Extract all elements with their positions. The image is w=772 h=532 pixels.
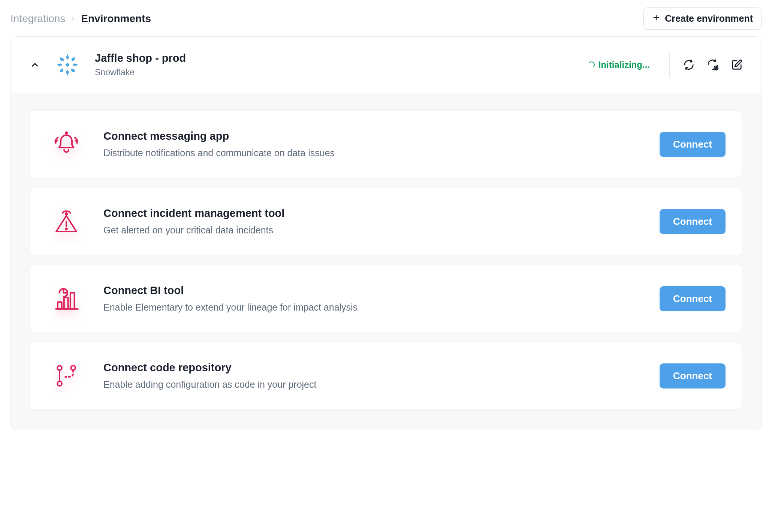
environment-header: Jaffle shop - prod Snowflake Initializin… (11, 37, 761, 93)
edit-icon[interactable] (730, 58, 743, 71)
connect-button[interactable]: Connect (660, 286, 726, 311)
breadcrumb-prev[interactable]: Integrations (10, 13, 65, 25)
connect-button[interactable]: Connect (660, 209, 726, 234)
sync-icon[interactable] (682, 58, 695, 71)
svg-line-10 (717, 67, 718, 67)
top-bar: Integrations Environments Create environ… (10, 4, 762, 36)
git-branch-icon (50, 360, 82, 392)
collapse-toggle[interactable] (24, 54, 46, 76)
breadcrumb: Integrations Environments (10, 13, 151, 25)
connect-button[interactable]: Connect (660, 363, 726, 389)
svg-rect-18 (58, 302, 62, 309)
divider (669, 52, 670, 78)
svg-rect-19 (64, 297, 68, 309)
connect-button[interactable]: Connect (660, 132, 726, 157)
spinner-icon (588, 61, 595, 68)
card-desc: Enable adding configuration as code in y… (103, 379, 660, 390)
create-environment-button[interactable]: Create environment (643, 7, 762, 30)
card-title: Connect messaging app (103, 130, 660, 142)
card-desc: Distribute notifications and communicate… (103, 148, 660, 158)
svg-point-16 (66, 213, 67, 215)
breadcrumb-current: Environments (81, 13, 151, 25)
environment-panel: Jaffle shop - prod Snowflake Initializin… (10, 36, 762, 430)
card-incident: Connect incident management tool Get ale… (30, 188, 742, 255)
environment-body: Connect messaging app Distribute notific… (11, 93, 761, 430)
analytics-chart-icon (50, 282, 82, 315)
card-title: Connect code repository (103, 362, 660, 374)
create-environment-label: Create environment (665, 13, 753, 24)
svg-rect-20 (70, 293, 75, 309)
svg-rect-2 (65, 63, 70, 67)
bell-alert-icon (50, 128, 82, 160)
card-messaging: Connect messaging app Distribute notific… (30, 111, 742, 178)
svg-point-13 (66, 132, 67, 134)
svg-line-11 (715, 69, 715, 70)
plus-icon (652, 13, 660, 24)
card-desc: Get alerted on your critical data incide… (103, 225, 660, 236)
status-badge: Initializing... (588, 60, 650, 70)
chevron-right-icon (70, 16, 76, 21)
warning-signal-icon (50, 205, 82, 238)
status-text: Initializing... (598, 60, 650, 70)
svg-line-8 (715, 67, 715, 67)
sync-settings-icon[interactable] (706, 58, 719, 71)
card-code-repo: Connect code repository Enable adding co… (30, 342, 742, 409)
svg-point-15 (66, 228, 67, 230)
card-desc: Enable Elementary to extend your lineage… (103, 302, 660, 313)
environment-subtitle: Snowflake (95, 67, 584, 78)
card-title: Connect incident management tool (103, 207, 660, 220)
svg-line-9 (717, 69, 718, 70)
snowflake-icon (52, 49, 83, 80)
environment-title: Jaffle shop - prod (95, 52, 584, 64)
card-title: Connect BI tool (103, 284, 660, 297)
card-bi: Connect BI tool Enable Elementary to ext… (30, 265, 742, 332)
